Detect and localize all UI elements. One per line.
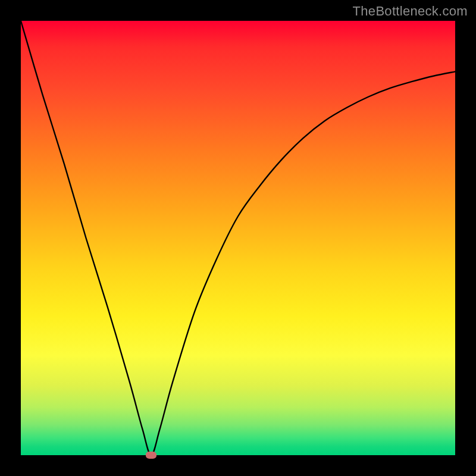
watermark-text: TheBottleneck.com: [353, 4, 468, 19]
minimum-marker: [146, 452, 156, 459]
bottleneck-curve: [21, 21, 455, 455]
plot-area: [21, 21, 455, 455]
chart-frame: TheBottleneck.com: [0, 0, 476, 476]
